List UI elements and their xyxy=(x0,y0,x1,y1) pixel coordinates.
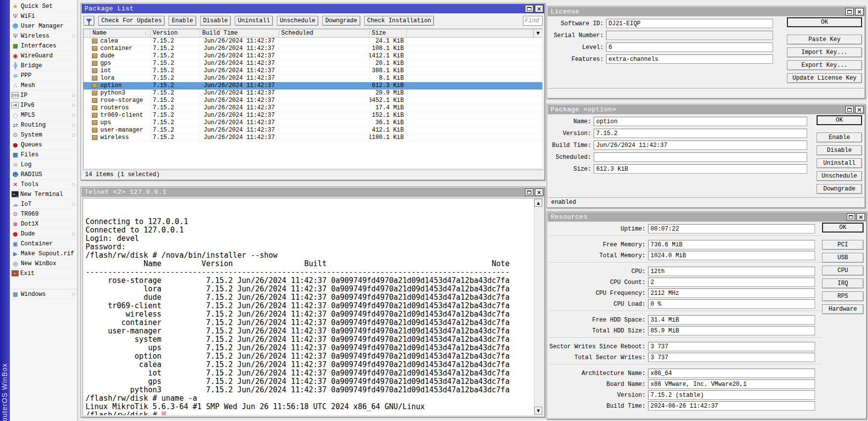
package-field-name[interactable]: option xyxy=(594,117,807,126)
license-field-serial-number[interactable] xyxy=(606,31,773,40)
export-key-button[interactable]: Export Key... xyxy=(787,60,862,70)
sidebar-item-interfaces[interactable]: ■Interfaces xyxy=(10,41,78,51)
paste-key-button[interactable]: Paste Key xyxy=(787,35,862,45)
sidebar-item-wireguard[interactable]: ◉WireGuard xyxy=(10,51,78,61)
resources-field-cpu[interactable]: 12th xyxy=(648,267,815,276)
import-key-button[interactable]: Import Key... xyxy=(787,47,862,57)
sidebar-item-tr069[interactable]: ⚙TR069 xyxy=(10,209,78,219)
table-row-gps[interactable]: gps7.15.2Jun/26/2024 11:42:3720.1 KiB xyxy=(84,60,542,67)
enable-button[interactable]: Enable xyxy=(169,16,196,26)
sidebar-item-dot1x[interactable]: ⊗Dot1X xyxy=(10,219,78,229)
maximize-button[interactable] xyxy=(845,106,854,113)
sidebar-item-make-supout-rif[interactable]: ▶Make Supout.rif xyxy=(10,249,78,259)
sidebar-item-windows[interactable]: ■Windows▷ xyxy=(10,289,78,299)
sidebar-item-wifi[interactable]: ΨWiFi xyxy=(10,11,78,21)
license-titlebar[interactable]: License × xyxy=(548,7,865,16)
table-row-lora[interactable]: lora7.15.2Jun/26/2024 11:42:378.1 KiB xyxy=(84,75,542,82)
close-icon[interactable]: × xyxy=(855,8,864,15)
sidebar-item-container[interactable]: ▣Container xyxy=(10,239,78,249)
license-field-software-id[interactable]: DJ21-EIQP xyxy=(606,19,773,28)
column-header-build-time[interactable]: Build Time xyxy=(200,29,279,37)
enable-button[interactable]: Enable xyxy=(817,133,862,142)
package-field-build-time[interactable]: Jun/26/2024 11:42:37 xyxy=(594,140,807,150)
close-icon[interactable]: × xyxy=(857,213,865,221)
column-selector-button[interactable]: ▼ xyxy=(533,29,542,37)
scroll-up-button[interactable]: ▲ xyxy=(534,199,542,207)
sidebar-item-mpls[interactable]: ○MPLS▷ xyxy=(10,110,78,120)
check-for-updates-button[interactable]: Check For Updates xyxy=(98,16,165,26)
sidebar-item-ppp[interactable]: ≡PPP xyxy=(10,71,78,81)
table-row-container[interactable]: container7.15.2Jun/26/2024 11:42:37108.1… xyxy=(84,45,542,52)
table-row-tr069-client[interactable]: tr069-client7.15.2Jun/26/2024 11:42:3715… xyxy=(84,112,542,119)
sidebar-item-radius[interactable]: ☻RADIUS xyxy=(10,170,78,180)
sidebar-item-queues[interactable]: ●Queues xyxy=(10,140,78,150)
table-row-ups[interactable]: ups7.15.2Jun/26/2024 11:42:3736.1 KiB xyxy=(84,119,542,127)
pci-button[interactable]: PCI xyxy=(822,240,864,250)
downgrade-button[interactable]: Downgrade xyxy=(322,16,360,26)
close-icon[interactable]: × xyxy=(855,106,864,113)
resources-field-build-time[interactable]: 2024-06-26 11:42:37 xyxy=(648,401,815,411)
sidebar-item-user-manager[interactable]: ☻User Manager xyxy=(10,21,78,31)
license-field-level[interactable]: 6 xyxy=(606,43,773,52)
resources-field-board-name[interactable]: x86 VMware, Inc. VMware20,1 xyxy=(648,379,815,389)
sidebar-item-files[interactable]: ■Files xyxy=(10,150,78,160)
table-row-dude[interactable]: dude7.15.2Jun/26/2024 11:42:371412.1 KiB xyxy=(84,52,542,60)
maximize-button[interactable] xyxy=(525,188,533,196)
resources-field-cpu-frequency[interactable]: 2112 MHz xyxy=(648,288,815,298)
uninstall-button[interactable]: Uninstall xyxy=(235,16,273,26)
downgrade-button[interactable]: Downgrade xyxy=(817,184,862,194)
sidebar-item-new-winbox[interactable]: ◎New WinBox xyxy=(10,259,78,269)
resources-field-total-hdd-size[interactable]: 85.9 MiB xyxy=(648,326,815,335)
filter-button[interactable] xyxy=(84,16,94,26)
resources-field-architecture-name[interactable]: x86_64 xyxy=(648,369,815,378)
package-field-scheduled[interactable] xyxy=(594,152,807,162)
telnet-titlebar[interactable]: Telnet <2> 127.0.0.1 × xyxy=(82,187,544,197)
sidebar-item-system[interactable]: ⚙System▷ xyxy=(10,130,78,140)
table-row-python3[interactable]: python37.15.2Jun/26/2024 11:42:3720.9 Mi… xyxy=(84,90,542,97)
cpu-button[interactable]: CPU xyxy=(822,266,864,276)
package-option-titlebar[interactable]: Package <option> × xyxy=(548,105,865,114)
scroll-down-button[interactable]: ▼ xyxy=(534,407,542,415)
uninstall-button[interactable]: Uninstall xyxy=(817,158,862,168)
license-field-features[interactable]: extra-channels xyxy=(606,54,773,64)
sidebar-item-mesh[interactable]: ∴Mesh xyxy=(10,81,78,91)
resources-field-total-memory[interactable]: 1024.0 MiB xyxy=(648,251,815,260)
sidebar-item-wireless[interactable]: ΨWireless▷ xyxy=(10,31,78,41)
sidebar-item-log[interactable]: ≡Log xyxy=(10,160,78,170)
sidebar-item-ip[interactable]: 255IP▷ xyxy=(10,91,78,100)
resources-field-sector-writes-since-reboot[interactable]: 3 737 xyxy=(648,342,815,351)
column-header-size[interactable]: Size xyxy=(370,29,407,37)
resources-field-cpu-count[interactable]: 2 xyxy=(648,278,815,287)
close-icon[interactable]: × xyxy=(535,188,543,196)
table-row-wireless[interactable]: wireless7.15.2Jun/26/2024 11:42:371180.1… xyxy=(84,134,542,141)
update-license-key-button[interactable]: Update License Key xyxy=(787,73,862,83)
sidebar-item-quick-set[interactable]: ★Quick Set xyxy=(10,1,78,11)
sidebar-item-tools[interactable]: ✕Tools▷ xyxy=(10,180,78,189)
sidebar-item-new-terminal[interactable]: >_New Terminal xyxy=(10,189,78,199)
terminal-area[interactable]: Connecting to 127.0.0.1 Connected to 127… xyxy=(83,198,543,416)
ok-button[interactable]: OK xyxy=(817,115,862,125)
resources-field-uptime[interactable]: 00:07:22 xyxy=(648,224,815,234)
column-header-scheduled[interactable]: Scheduled xyxy=(279,29,370,37)
unschedule-button[interactable]: Unschedule xyxy=(817,171,862,181)
resources-field-cpu-load[interactable]: 0 % xyxy=(648,299,815,309)
irq-button[interactable]: IRQ xyxy=(822,279,864,288)
usb-button[interactable]: USB xyxy=(822,253,864,263)
table-row-option[interactable]: option7.15.2Jun/26/2024 11:42:37612.3 Ki… xyxy=(84,82,542,90)
package-field-version[interactable]: 7.15.2 xyxy=(594,129,807,138)
scrollbar-track[interactable]: ▲ ▼ xyxy=(534,199,542,415)
sidebar-item-iot[interactable]: ☁IoT▷ xyxy=(10,199,78,209)
maximize-button[interactable] xyxy=(847,213,855,221)
sidebar-item-ipv6[interactable]: v6IPv6▷ xyxy=(10,100,78,110)
ok-button[interactable]: OK xyxy=(822,223,864,233)
resources-field-free-memory[interactable]: 736.6 MiB xyxy=(648,240,815,249)
table-row-iot[interactable]: iot7.15.2Jun/26/2024 11:42:37388.1 KiB xyxy=(84,67,542,75)
table-row-user-manager[interactable]: user-manager7.15.2Jun/26/2024 11:42:3741… xyxy=(84,127,542,134)
sidebar-item-routing[interactable]: ⇄Routing▷ xyxy=(10,120,78,130)
maximize-button[interactable] xyxy=(525,5,533,12)
resources-field-version[interactable]: 7.15.2 (stable) xyxy=(648,390,815,400)
disable-button[interactable]: Disable xyxy=(817,145,862,155)
find-input[interactable] xyxy=(523,16,543,26)
close-icon[interactable]: × xyxy=(535,5,543,12)
sidebar-item-exit[interactable]: ←Exit xyxy=(10,269,78,279)
